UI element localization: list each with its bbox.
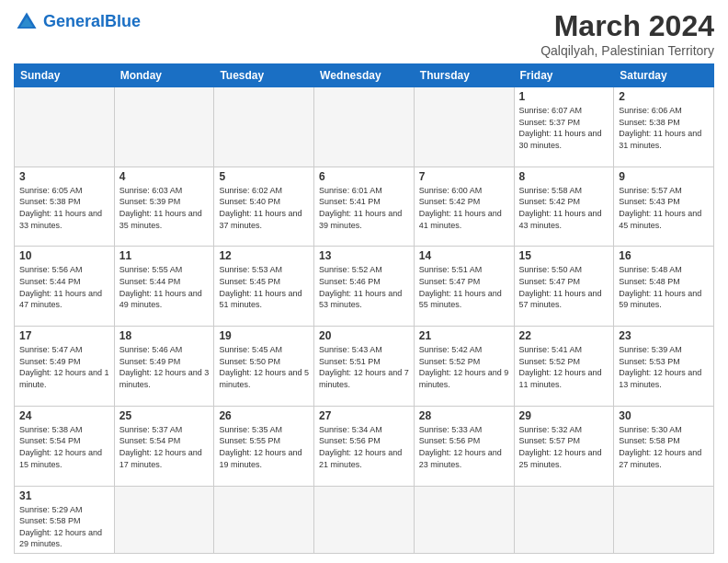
day-info: Sunrise: 5:53 AM Sunset: 5:45 PM Dayligh…	[219, 264, 309, 310]
day-info: Sunrise: 5:56 AM Sunset: 5:44 PM Dayligh…	[19, 264, 109, 310]
col-header-sunday: Sunday	[15, 64, 115, 87]
calendar-cell: 15Sunrise: 5:50 AM Sunset: 5:47 PM Dayli…	[514, 247, 614, 327]
day-info: Sunrise: 5:35 AM Sunset: 5:55 PM Dayligh…	[219, 424, 309, 470]
day-info: Sunrise: 6:01 AM Sunset: 5:41 PM Dayligh…	[319, 185, 409, 231]
day-info: Sunrise: 5:39 AM Sunset: 5:53 PM Dayligh…	[619, 344, 709, 390]
calendar-cell	[214, 87, 314, 167]
day-info: Sunrise: 5:38 AM Sunset: 5:54 PM Dayligh…	[19, 424, 109, 470]
day-number: 29	[519, 409, 609, 422]
calendar-week-0: 1Sunrise: 6:07 AM Sunset: 5:37 PM Daylig…	[15, 87, 714, 167]
logo: GeneralBlue	[14, 9, 141, 35]
calendar-cell: 16Sunrise: 5:48 AM Sunset: 5:48 PM Dayli…	[614, 247, 714, 327]
day-number: 13	[319, 249, 409, 262]
calendar-cell: 28Sunrise: 5:33 AM Sunset: 5:56 PM Dayli…	[414, 406, 514, 486]
day-number: 19	[219, 329, 309, 342]
calendar-cell	[414, 486, 514, 553]
day-number: 15	[519, 249, 609, 262]
calendar-week-2: 10Sunrise: 5:56 AM Sunset: 5:44 PM Dayli…	[15, 247, 714, 327]
day-number: 16	[619, 249, 709, 262]
col-header-wednesday: Wednesday	[314, 64, 415, 87]
day-number: 22	[519, 329, 609, 342]
day-number: 17	[19, 329, 109, 342]
calendar-cell: 26Sunrise: 5:35 AM Sunset: 5:55 PM Dayli…	[214, 406, 314, 486]
day-number: 20	[319, 329, 409, 342]
day-number: 11	[119, 249, 210, 262]
day-info: Sunrise: 5:42 AM Sunset: 5:52 PM Dayligh…	[419, 344, 509, 390]
day-number: 28	[419, 409, 509, 422]
logo-icon	[14, 9, 40, 35]
day-number: 2	[619, 90, 709, 103]
calendar-cell: 9Sunrise: 5:57 AM Sunset: 5:43 PM Daylig…	[614, 167, 714, 247]
calendar-cell: 14Sunrise: 5:51 AM Sunset: 5:47 PM Dayli…	[414, 247, 514, 327]
day-info: Sunrise: 5:34 AM Sunset: 5:56 PM Dayligh…	[319, 424, 409, 470]
day-number: 21	[419, 329, 509, 342]
calendar-cell: 13Sunrise: 5:52 AM Sunset: 5:46 PM Dayli…	[314, 247, 415, 327]
main-title: March 2024	[540, 9, 714, 43]
calendar-cell: 4Sunrise: 6:03 AM Sunset: 5:39 PM Daylig…	[114, 167, 214, 247]
day-number: 3	[19, 170, 109, 183]
calendar-cell	[414, 87, 514, 167]
calendar-cell: 21Sunrise: 5:42 AM Sunset: 5:52 PM Dayli…	[414, 327, 514, 407]
day-info: Sunrise: 6:06 AM Sunset: 5:38 PM Dayligh…	[619, 105, 709, 151]
logo-text: GeneralBlue	[43, 13, 141, 31]
logo-general: General	[43, 12, 105, 30]
calendar-cell: 17Sunrise: 5:47 AM Sunset: 5:49 PM Dayli…	[15, 327, 115, 407]
calendar-cell: 1Sunrise: 6:07 AM Sunset: 5:37 PM Daylig…	[514, 87, 614, 167]
day-info: Sunrise: 5:33 AM Sunset: 5:56 PM Dayligh…	[419, 424, 509, 470]
calendar-cell: 3Sunrise: 6:05 AM Sunset: 5:38 PM Daylig…	[15, 167, 115, 247]
day-number: 6	[319, 170, 409, 183]
day-number: 30	[619, 409, 709, 422]
day-number: 18	[119, 329, 210, 342]
day-info: Sunrise: 6:00 AM Sunset: 5:42 PM Dayligh…	[419, 185, 509, 231]
day-info: Sunrise: 5:45 AM Sunset: 5:50 PM Dayligh…	[219, 344, 309, 390]
calendar-cell: 8Sunrise: 5:58 AM Sunset: 5:42 PM Daylig…	[514, 167, 614, 247]
day-number: 10	[19, 249, 109, 262]
day-info: Sunrise: 5:55 AM Sunset: 5:44 PM Dayligh…	[119, 264, 210, 310]
header: GeneralBlue March 2024 Qalqilyah, Palest…	[14, 9, 714, 58]
calendar-week-4: 24Sunrise: 5:38 AM Sunset: 5:54 PM Dayli…	[15, 406, 714, 486]
day-info: Sunrise: 6:07 AM Sunset: 5:37 PM Dayligh…	[519, 105, 609, 151]
calendar-cell: 19Sunrise: 5:45 AM Sunset: 5:50 PM Dayli…	[214, 327, 314, 407]
calendar-week-1: 3Sunrise: 6:05 AM Sunset: 5:38 PM Daylig…	[15, 167, 714, 247]
day-number: 8	[519, 170, 609, 183]
calendar-cell: 18Sunrise: 5:46 AM Sunset: 5:49 PM Dayli…	[114, 327, 214, 407]
day-info: Sunrise: 5:30 AM Sunset: 5:58 PM Dayligh…	[619, 424, 709, 470]
calendar-cell: 7Sunrise: 6:00 AM Sunset: 5:42 PM Daylig…	[414, 167, 514, 247]
logo-blue: Blue	[105, 12, 141, 30]
calendar-cell: 29Sunrise: 5:32 AM Sunset: 5:57 PM Dayli…	[514, 406, 614, 486]
day-info: Sunrise: 5:48 AM Sunset: 5:48 PM Dayligh…	[619, 264, 709, 310]
calendar-cell	[514, 486, 614, 553]
calendar-cell	[614, 486, 714, 553]
calendar-cell: 5Sunrise: 6:02 AM Sunset: 5:40 PM Daylig…	[214, 167, 314, 247]
page: GeneralBlue March 2024 Qalqilyah, Palest…	[0, 0, 728, 563]
day-number: 5	[219, 170, 309, 183]
calendar-cell	[15, 87, 115, 167]
day-info: Sunrise: 6:02 AM Sunset: 5:40 PM Dayligh…	[219, 185, 309, 231]
day-number: 7	[419, 170, 509, 183]
calendar-cell	[214, 486, 314, 553]
day-number: 31	[19, 489, 109, 502]
calendar-cell	[114, 486, 214, 553]
calendar-cell: 22Sunrise: 5:41 AM Sunset: 5:52 PM Dayli…	[514, 327, 614, 407]
calendar-cell: 20Sunrise: 5:43 AM Sunset: 5:51 PM Dayli…	[314, 327, 415, 407]
day-info: Sunrise: 5:46 AM Sunset: 5:49 PM Dayligh…	[119, 344, 210, 390]
calendar-week-3: 17Sunrise: 5:47 AM Sunset: 5:49 PM Dayli…	[15, 327, 714, 407]
calendar-cell: 25Sunrise: 5:37 AM Sunset: 5:54 PM Dayli…	[114, 406, 214, 486]
day-info: Sunrise: 5:43 AM Sunset: 5:51 PM Dayligh…	[319, 344, 409, 390]
sub-title: Qalqilyah, Palestinian Territory	[540, 43, 714, 58]
calendar-table: SundayMondayTuesdayWednesdayThursdayFrid…	[14, 63, 714, 554]
col-header-monday: Monday	[114, 64, 214, 87]
day-info: Sunrise: 5:51 AM Sunset: 5:47 PM Dayligh…	[419, 264, 509, 310]
calendar-cell: 11Sunrise: 5:55 AM Sunset: 5:44 PM Dayli…	[114, 247, 214, 327]
day-info: Sunrise: 5:29 AM Sunset: 5:58 PM Dayligh…	[19, 504, 109, 550]
day-number: 23	[619, 329, 709, 342]
day-number: 4	[119, 170, 210, 183]
calendar-cell: 27Sunrise: 5:34 AM Sunset: 5:56 PM Dayli…	[314, 406, 415, 486]
day-info: Sunrise: 5:47 AM Sunset: 5:49 PM Dayligh…	[19, 344, 109, 390]
day-number: 1	[519, 90, 609, 103]
calendar-cell: 2Sunrise: 6:06 AM Sunset: 5:38 PM Daylig…	[614, 87, 714, 167]
day-info: Sunrise: 5:41 AM Sunset: 5:52 PM Dayligh…	[519, 344, 609, 390]
day-info: Sunrise: 6:05 AM Sunset: 5:38 PM Dayligh…	[19, 185, 109, 231]
calendar-cell: 12Sunrise: 5:53 AM Sunset: 5:45 PM Dayli…	[214, 247, 314, 327]
day-number: 25	[119, 409, 210, 422]
